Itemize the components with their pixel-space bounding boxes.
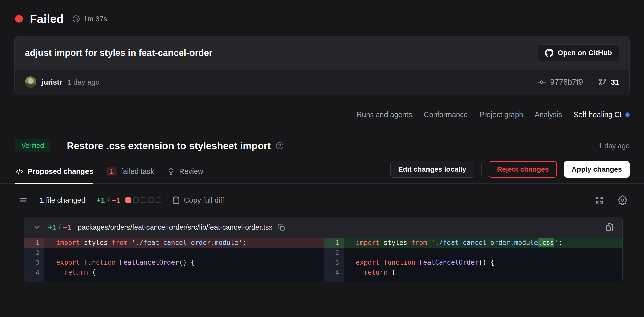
diff-toolbar: 1 file changed +1 / −1 Copy full diff: [0, 184, 644, 205]
commit-card: adjust import for styles in feat-cancel-…: [14, 36, 630, 95]
failed-status-dot: [15, 15, 23, 23]
diff-spacer: [24, 277, 324, 282]
nav-project-graph[interactable]: Project graph: [479, 110, 523, 119]
code-content: return (: [344, 267, 623, 277]
failed-count-badge: 1: [106, 167, 117, 176]
copy-file-diff-button[interactable]: [605, 223, 614, 232]
actions-divider: [481, 163, 482, 176]
tabs-row: Proposed changes 1 failed task Review Ed…: [0, 161, 644, 184]
notification-dot: [625, 112, 630, 117]
copy-full-diff-button[interactable]: Copy full diff: [170, 196, 226, 205]
expand-icon: [595, 196, 604, 205]
code-content: + import styles from './feat-cancel-orde…: [344, 238, 623, 248]
branch-count[interactable]: 31: [598, 78, 619, 86]
diff-pane-old: 1- import styles from './feat-cancel-ord…: [24, 238, 324, 282]
top-nav: Runs and agents Conformance Project grap…: [0, 95, 644, 119]
line-number: 2: [324, 248, 344, 258]
clipboard-copy-icon: [605, 223, 614, 232]
nav-runs-and-agents[interactable]: Runs and agents: [357, 110, 412, 119]
line-number: 4: [24, 267, 44, 277]
code-content: export function FeatCancelOrder() {: [344, 258, 623, 267]
diff-line: 2: [24, 248, 324, 258]
code-content: export function FeatCancelOrder() {: [44, 258, 324, 267]
diff-body: 1- import styles from './feat-cancel-ord…: [24, 238, 622, 282]
line-number: 3: [324, 258, 344, 267]
fix-time: 1 day ago: [598, 142, 630, 150]
code-content: - import styles from './feat-cancel-orde…: [44, 238, 324, 248]
line-number: 2: [24, 248, 44, 258]
commit-time: 1 day ago: [67, 78, 99, 86]
github-button-label: Open on GitHub: [557, 49, 612, 57]
diff-pane-new: 1+ import styles from './feat-cancel-ord…: [324, 238, 623, 282]
code-content: [44, 248, 324, 258]
tab-proposed-changes[interactable]: Proposed changes: [15, 167, 93, 183]
chevron-down-icon: [33, 223, 41, 231]
fix-header: Verified Restore .css extension to style…: [0, 119, 644, 152]
file-list-menu-button[interactable]: [19, 196, 28, 205]
diff-settings-button[interactable]: [618, 195, 627, 205]
commit-title: adjust import for styles in feat-cancel-…: [25, 48, 212, 58]
copy-icon: [278, 224, 285, 231]
code-content: [344, 248, 623, 258]
diff-spacer: [324, 277, 623, 282]
lightbulb-icon: [167, 168, 175, 175]
gear-icon: [618, 195, 627, 205]
status-label: Failed: [30, 12, 64, 26]
diff-line: 3 export function FeatCancelOrder() {: [24, 258, 324, 267]
file-path: packages/orders/feat-cancel-order/src/li…: [78, 223, 272, 231]
tab-failed-task[interactable]: 1 failed task: [106, 167, 154, 183]
status-header: Failed 1m 37s: [0, 0, 644, 26]
diff-line: 4 return (: [324, 267, 623, 277]
file-diff-stats: +1 / −1: [48, 223, 71, 231]
line-number: 3: [24, 258, 44, 267]
diff-line: 2: [324, 248, 623, 258]
diff-line: 1+ import styles from './feat-cancel-ord…: [324, 238, 623, 248]
diff-blocks: [125, 197, 161, 203]
duration: 1m 37s: [72, 15, 107, 23]
apply-changes-button[interactable]: Apply changes: [564, 161, 630, 178]
diff-card: +1 / −1 packages/orders/feat-cancel-orde…: [24, 217, 623, 282]
branch-icon: [598, 78, 607, 86]
line-number: 1: [24, 238, 44, 248]
nav-conformance[interactable]: Conformance: [424, 110, 468, 119]
clipboard-icon: [172, 196, 180, 204]
verified-badge: Verified: [15, 139, 50, 152]
avatar: [25, 76, 36, 88]
diff-line: 1- import styles from './feat-cancel-ord…: [24, 238, 324, 248]
diff-line: 3 export function FeatCancelOrder() {: [324, 258, 623, 267]
line-number: 1: [324, 238, 344, 248]
fix-title: Restore .css extension to stylesheet imp…: [67, 140, 271, 151]
diff-block: [148, 197, 154, 203]
clock-icon: [72, 15, 80, 23]
expand-diff-button[interactable]: [595, 196, 604, 205]
open-on-github-button[interactable]: Open on GitHub: [538, 44, 619, 61]
diff-block: [133, 197, 139, 203]
nav-self-healing-ci[interactable]: Self-healing CI: [574, 110, 630, 119]
hamburger-icon: [19, 196, 28, 205]
code-icon: [15, 168, 23, 176]
help-icon[interactable]: [276, 142, 284, 150]
files-changed-label: 1 file changed: [40, 196, 85, 205]
tab-review[interactable]: Review: [167, 167, 203, 183]
github-icon: [545, 49, 553, 57]
reject-changes-button[interactable]: Reject changes: [489, 161, 557, 178]
diff-block: [156, 197, 161, 203]
copy-file-path-button[interactable]: [278, 224, 285, 231]
code-content: return (: [44, 267, 324, 277]
collapse-file-button[interactable]: [33, 223, 41, 231]
diff-line: 4 return (: [24, 267, 324, 277]
diff-stats: +1 / −1: [97, 196, 120, 205]
nav-analysis[interactable]: Analysis: [535, 110, 562, 119]
duration-value: 1m 37s: [83, 15, 107, 23]
line-number: 4: [324, 267, 344, 277]
diff-block: [141, 197, 146, 203]
commit-hash[interactable]: 9778b7f9: [537, 78, 583, 87]
diff-block: [125, 197, 131, 203]
diff-file-header: +1 / −1 packages/orders/feat-cancel-orde…: [24, 217, 622, 238]
edit-changes-locally-button[interactable]: Edit changes locally: [390, 161, 474, 178]
author-name: juristr: [41, 78, 62, 86]
commit-icon: [537, 78, 546, 87]
